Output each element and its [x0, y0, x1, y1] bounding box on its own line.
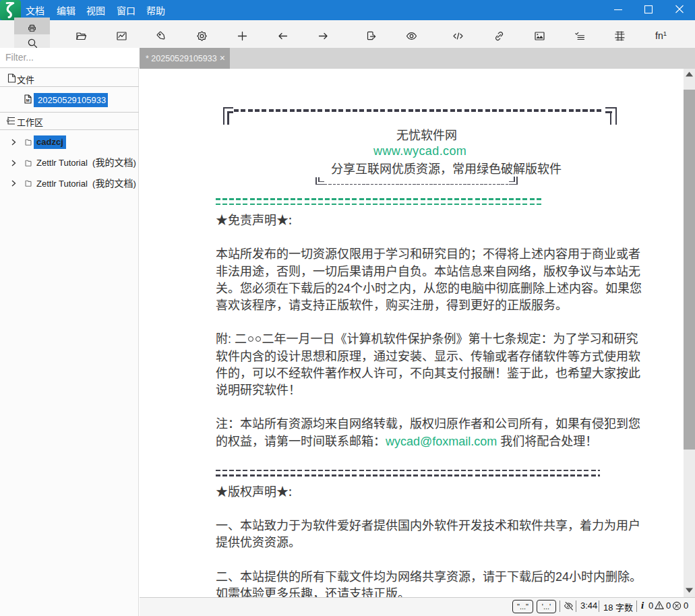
svg-text:M: M	[26, 98, 30, 102]
